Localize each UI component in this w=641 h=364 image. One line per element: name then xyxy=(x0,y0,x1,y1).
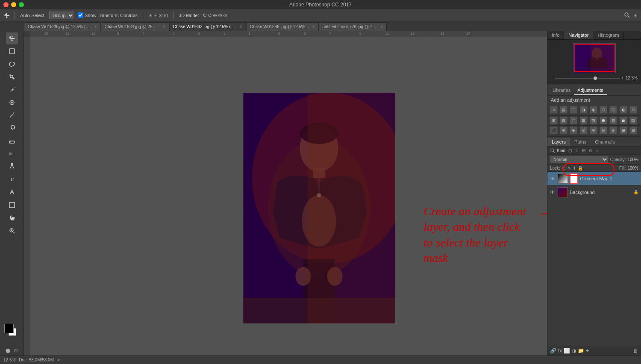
show-transform-checkbox-area[interactable]: Show Transform Controls xyxy=(78,12,138,18)
window-controls[interactable] xyxy=(3,2,24,7)
tab-3-close[interactable]: × xyxy=(312,24,315,29)
gradient-mask-thumb[interactable] xyxy=(570,173,578,184)
fill-value[interactable]: 100% xyxy=(627,166,638,170)
tab-2-close[interactable]: × xyxy=(240,24,242,29)
tab-info[interactable]: Info xyxy=(547,31,564,39)
layers-adjustment-icon[interactable]: ◑ xyxy=(572,348,576,354)
quick-mask-icon[interactable]: ⬤ xyxy=(5,347,12,354)
minimize-button[interactable] xyxy=(11,2,16,7)
adj-extra3-icon[interactable]: ⊙ xyxy=(580,126,588,134)
layers-link-icon[interactable]: 🔗 xyxy=(550,348,556,354)
adj-colorlookup-icon[interactable]: ⊟ xyxy=(560,117,567,124)
lock-pixels-icon[interactable]: ✎ xyxy=(567,166,571,170)
eyedropper-tool-button[interactable] xyxy=(6,84,18,96)
move-tool-button[interactable] xyxy=(6,32,18,44)
hand-tool-button[interactable] xyxy=(6,212,18,224)
zoom-slider[interactable] xyxy=(555,78,620,79)
canvas-workspace[interactable]: Create an adjustment layer, and then cli… xyxy=(30,37,547,355)
layers-tab-channels[interactable]: Channels xyxy=(591,138,619,146)
adj-extra5-icon[interactable]: ⊜ xyxy=(600,126,607,134)
tab-0-close[interactable]: × xyxy=(94,24,97,29)
adj-extra6-icon[interactable]: ⊝ xyxy=(609,126,617,134)
adj-colorbalance-icon[interactable]: ⬡ xyxy=(609,106,617,114)
layers-delete-icon[interactable]: 🗑 xyxy=(633,348,638,354)
adj-exposure-icon[interactable]: ◑ xyxy=(580,106,588,114)
maximize-button[interactable] xyxy=(19,2,24,7)
lock-position-icon[interactable]: ✛ xyxy=(573,166,576,170)
lock-transparent-icon[interactable]: ⬡ xyxy=(562,166,566,170)
tab-4-close[interactable]: × xyxy=(381,24,383,29)
move-tool-icon[interactable] xyxy=(3,12,9,18)
adj-vibrance-icon[interactable]: ◈ xyxy=(590,106,597,114)
kind-pixel-icon[interactable]: ⬡ xyxy=(567,148,573,153)
adj-gradientmap-icon[interactable]: ▥ xyxy=(609,117,617,124)
clone-stamp-button[interactable] xyxy=(6,122,18,134)
adj-hsl-icon[interactable]: ⬡ xyxy=(600,106,607,114)
layers-fx-icon[interactable]: fx xyxy=(558,348,562,354)
tab-navigator[interactable]: Navigator xyxy=(564,31,593,39)
foreground-color[interactable] xyxy=(4,324,14,333)
eraser-tool-button[interactable] xyxy=(6,135,18,147)
layers-mask-icon[interactable]: ⬜ xyxy=(564,348,570,354)
adj-extra7-icon[interactable]: ⊞ xyxy=(620,126,627,134)
show-transform-checkbox[interactable] xyxy=(78,12,83,18)
tab-histogram[interactable]: Histogram xyxy=(593,31,623,39)
tab-1[interactable]: Chase W01634.jpg @ 25% (Layer 2, RGB/8) … xyxy=(101,22,169,31)
adj-extra1-icon[interactable]: ⊕ xyxy=(560,126,567,134)
layers-tab-layers[interactable]: Layers xyxy=(547,138,570,146)
zoom-tool-button[interactable] xyxy=(6,225,18,237)
layer-eye-background[interactable]: 👁 xyxy=(550,189,556,195)
opacity-value[interactable]: 100% xyxy=(627,157,638,162)
type-tool-button[interactable]: T xyxy=(6,173,18,185)
adjustments-tab[interactable]: Adjustments xyxy=(574,86,607,95)
zoom-plus-icon[interactable]: + xyxy=(621,76,624,80)
adj-invert-icon[interactable]: ◻ xyxy=(570,117,577,124)
lasso-tool-button[interactable] xyxy=(6,58,18,70)
pen-tool-button[interactable] xyxy=(6,161,18,173)
lock-all-icon[interactable]: 🔒 xyxy=(578,166,583,170)
adj-gradient-icon[interactable]: ▤ xyxy=(629,117,637,124)
tab-2[interactable]: Chase W01643.jpg @ 12.5% (Gradient Map 1… xyxy=(169,22,246,31)
adj-brightness-icon[interactable]: ☼ xyxy=(550,106,558,114)
adj-levels-icon[interactable]: ▤ xyxy=(560,106,567,114)
adj-bw-icon[interactable]: ◐ xyxy=(620,106,627,114)
tab-0[interactable]: Chase W01629.jpg @ 12.5% (Brightness/Con… xyxy=(24,22,101,31)
kind-shape-icon[interactable]: ⊞ xyxy=(581,148,587,153)
adj-curves-icon[interactable]: ⌒ xyxy=(570,106,577,114)
search-area[interactable] xyxy=(624,12,630,19)
kind-smartobject-icon[interactable]: ⊙ xyxy=(588,148,594,153)
gradient-tool-button[interactable] xyxy=(6,148,18,160)
layers-new-icon[interactable]: + xyxy=(586,348,589,354)
zoom-minus-icon[interactable]: − xyxy=(551,76,553,80)
selection-tool-button[interactable] xyxy=(6,45,18,57)
adj-solidcolor-icon[interactable]: ◼ xyxy=(620,117,627,124)
adj-extra2-icon[interactable]: ⊗ xyxy=(570,126,577,134)
tab-1-close[interactable]: × xyxy=(163,24,165,29)
tab-4[interactable]: untitled shoot-776.jpg @ 16.7% (RGB/8) *… xyxy=(319,22,387,31)
screen-mode-icon[interactable]: ⊡ xyxy=(12,347,19,354)
layer-eye-gradient-map[interactable]: 👁 xyxy=(550,176,556,182)
adj-threshold-icon[interactable]: ▧ xyxy=(590,117,597,124)
kind-type-icon[interactable]: T xyxy=(574,148,580,153)
3d-mode-icons[interactable]: ↻ ↺ ⊕ ⊗ ⊙ xyxy=(203,12,227,18)
path-selection-button[interactable] xyxy=(6,186,18,198)
layers-tab-paths[interactable]: Paths xyxy=(570,138,591,146)
align-icons[interactable]: ⊞ ⊟ ⊠ ⊡ xyxy=(148,12,168,18)
kind-adjustment-icon[interactable]: ☼ xyxy=(594,148,600,153)
close-button[interactable] xyxy=(3,2,9,7)
healing-tool-button[interactable] xyxy=(6,97,18,109)
auto-select-dropdown[interactable]: Group Layer xyxy=(49,12,74,19)
shape-tool-button[interactable] xyxy=(6,199,18,211)
brush-tool-button[interactable] xyxy=(6,109,18,121)
arrange-button[interactable]: ⊞ xyxy=(633,12,638,18)
libraries-tab[interactable]: Libraries xyxy=(549,86,574,95)
tab-3[interactable]: Chase W01586.jpg @ 12.5% (Curves 1, Laye… xyxy=(246,22,319,31)
adj-pattern-icon[interactable]: ⬛ xyxy=(550,126,558,134)
adj-photofilter-icon[interactable]: ⊙ xyxy=(629,106,637,114)
blend-mode-select[interactable]: Normal Multiply Screen xyxy=(550,156,609,163)
layers-folder-icon[interactable]: 📁 xyxy=(578,348,584,354)
crop-tool-button[interactable] xyxy=(6,71,18,83)
adj-extra4-icon[interactable]: ⊛ xyxy=(590,126,597,134)
adj-extra8-icon[interactable]: ⊟ xyxy=(629,126,637,134)
adj-selectivecolor-icon[interactable]: ⬣ xyxy=(600,117,607,124)
